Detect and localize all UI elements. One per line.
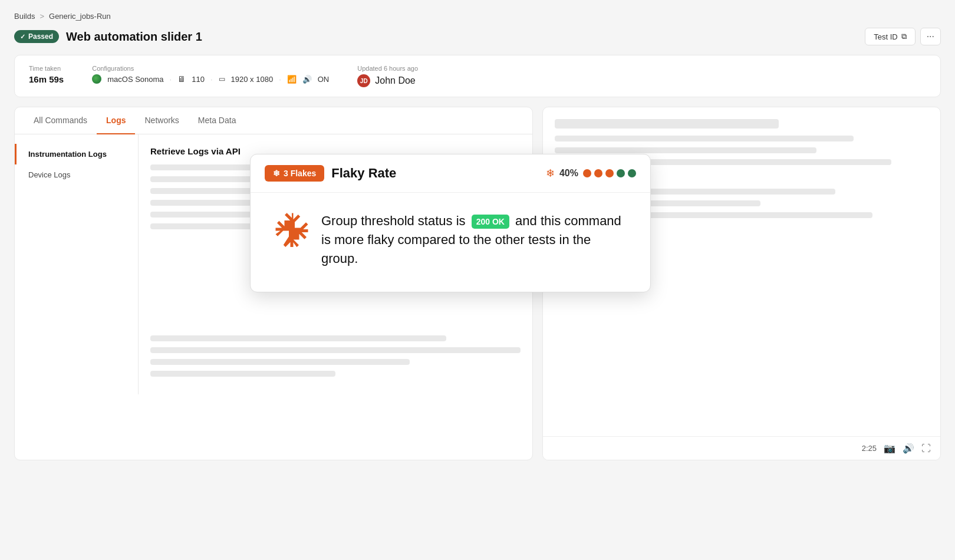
right-skel-3 — [555, 147, 816, 153]
dot-2 — [594, 169, 602, 177]
test-id-button[interactable]: Test ID ⧉ — [865, 28, 915, 45]
configurations-item: Configurations macOS Sonoma · 🖥 110 · ▭ … — [92, 65, 329, 84]
configurations-label: Configurations — [92, 65, 329, 72]
dot-5 — [628, 169, 636, 177]
dot-3 — [605, 169, 614, 177]
camera-icon[interactable]: 📷 — [884, 443, 895, 454]
breadcrumb: Builds > Generic_jobs-Run — [14, 12, 941, 21]
header-left: ✓ Passed Web automation slider 1 — [14, 30, 202, 44]
check-icon: ✓ — [20, 33, 25, 41]
flaky-snowflake-icon: ❄ — [546, 167, 555, 180]
breadcrumb-current[interactable]: Generic_jobs-Run — [49, 12, 111, 21]
more-options-button[interactable]: ··· — [920, 28, 941, 45]
breadcrumb-builds[interactable]: Builds — [14, 12, 35, 21]
flaky-body: Group threshold status is 200 OK and thi… — [251, 193, 650, 292]
skeleton-line — [150, 359, 410, 365]
sidebar-item-device[interactable]: Device Logs — [15, 164, 138, 185]
ok-badge: 200 OK — [472, 215, 509, 229]
flaky-overlay: ❄ 3 Flakes Flaky Rate ❄ 40% — [250, 154, 651, 292]
tab-networks[interactable]: Networks — [135, 107, 188, 134]
time-taken-label: Time taken — [29, 65, 64, 72]
page-header: ✓ Passed Web automation slider 1 Test ID… — [14, 28, 941, 45]
time-taken-value: 16m 59s — [29, 74, 64, 84]
updated-item: Updated 6 hours ago JD John Doe — [357, 65, 418, 87]
passed-badge: ✓ Passed — [14, 30, 59, 43]
flakes-badge: ❄ 3 Flakes — [265, 165, 324, 182]
page-title: Web automation slider 1 — [66, 30, 202, 44]
flakes-badge-icon: ❄ — [273, 169, 280, 178]
cpu-icon: 🖥 — [177, 74, 186, 84]
copy-icon: ⧉ — [901, 32, 907, 41]
dot-1 — [583, 169, 591, 177]
timestamp: 2:25 — [862, 444, 877, 453]
avatar: JD — [357, 74, 370, 87]
chart-icon: 📶 — [287, 75, 297, 84]
tab-logs[interactable]: Logs — [97, 107, 135, 134]
log-sidebar: Instrumentation Logs Device Logs — [15, 134, 139, 394]
resolution-value: 1920 x 1080 — [231, 75, 274, 84]
tab-meta-data[interactable]: Meta Data — [189, 107, 246, 134]
flaky-rate-right: ❄ 40% — [546, 167, 636, 180]
skeleton-line — [150, 335, 446, 341]
dot-sep-1: · — [170, 75, 172, 84]
main-area: All Commands Logs Networks Meta Data Ins… — [14, 107, 941, 460]
updated-row: JD John Doe — [357, 74, 418, 87]
tab-all-commands[interactable]: All Commands — [24, 107, 97, 134]
os-name: macOS Sonoma — [107, 75, 163, 84]
flaky-msg-part1: Group threshold status is — [321, 213, 466, 228]
breadcrumb-separator: > — [39, 12, 44, 21]
flaky-header: ❄ 3 Flakes Flaky Rate ❄ 40% — [251, 154, 650, 193]
right-panel-bottom-bar: 2:25 📷 🔊 ⛶ — [543, 436, 940, 460]
right-skel-1 — [555, 119, 779, 129]
skeleton-line — [150, 371, 335, 377]
right-skel-2 — [555, 136, 854, 141]
sidebar-item-instrumentation[interactable]: Instrumentation Logs — [15, 144, 138, 164]
info-card: Time taken 16m 59s Configurations macOS … — [14, 55, 941, 97]
dot-4 — [617, 169, 625, 177]
config-row: macOS Sonoma · 🖥 110 · ▭ 1920 x 1080 · 📶… — [92, 74, 329, 84]
author-name: John Doe — [375, 75, 416, 86]
updated-label: Updated 6 hours ago — [357, 65, 418, 72]
volume-icon[interactable]: 🔊 — [903, 443, 914, 454]
resolution-icon: ▭ — [219, 75, 225, 83]
flaky-percent: 40% — [559, 168, 578, 179]
skeleton-line — [150, 347, 521, 353]
fullscreen-icon[interactable]: ⛶ — [921, 443, 931, 454]
time-taken-item: Time taken 16m 59s — [29, 65, 64, 84]
speaker-icon: 🔊 — [302, 75, 312, 84]
tabs-bar: All Commands Logs Networks Meta Data — [15, 107, 532, 134]
dot-sep-3: · — [279, 75, 281, 84]
passed-label: Passed — [28, 32, 53, 41]
flaky-large-icon — [274, 212, 309, 252]
cpu-value: 110 — [192, 75, 205, 84]
flaky-dots — [583, 169, 636, 177]
sound-value: ON — [318, 75, 330, 84]
header-right: Test ID ⧉ ··· — [865, 28, 941, 45]
flaky-rate-label: Flaky Rate — [331, 166, 539, 181]
flaky-message: Group threshold status is 200 OK and thi… — [321, 212, 627, 268]
flakes-badge-count: 3 Flakes — [284, 169, 316, 178]
macos-icon — [92, 74, 101, 84]
dot-sep-2: · — [210, 75, 213, 84]
test-id-label: Test ID — [874, 32, 897, 41]
